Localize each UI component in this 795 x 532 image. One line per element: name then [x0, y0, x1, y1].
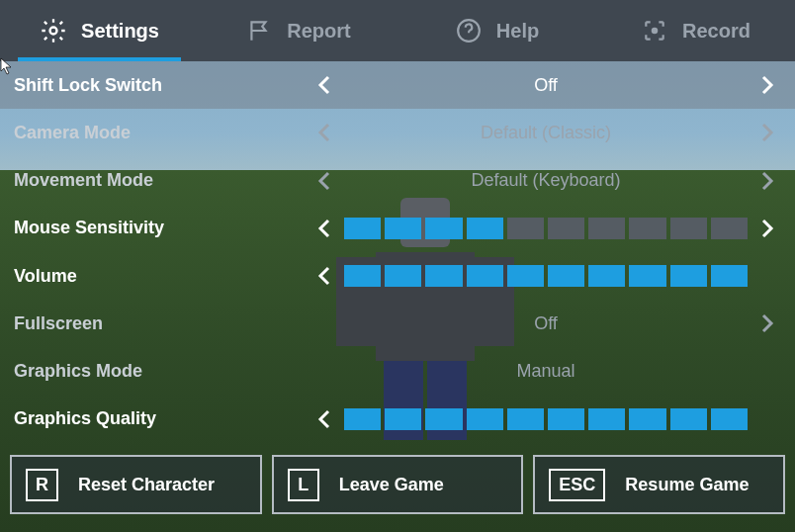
leave-game-button[interactable]: L Leave Game — [272, 455, 524, 514]
slider-segment — [629, 265, 665, 287]
slider-segment — [344, 265, 381, 287]
tab-help[interactable]: Help — [398, 0, 596, 61]
slider-segment — [507, 218, 544, 239]
setting-value: Off — [338, 313, 753, 334]
record-icon — [641, 17, 668, 44]
setting-label: Volume — [14, 266, 310, 287]
setting-slider[interactable] — [338, 265, 753, 287]
slider-segment — [425, 218, 462, 239]
setting-camera-mode: Camera Mode Default (Classic) — [0, 109, 795, 156]
slider-segment — [548, 265, 584, 287]
bottom-button-bar: R Reset Character L Leave Game ESC Resum… — [0, 443, 795, 532]
prev-arrow[interactable] — [310, 215, 338, 242]
tab-label: Help — [496, 20, 539, 43]
slider-segment — [385, 265, 421, 287]
setting-label: Fullscreen — [14, 313, 310, 334]
setting-fullscreen: Fullscreen Off — [0, 300, 795, 347]
setting-label: Graphics Quality — [14, 408, 310, 429]
setting-graphics-mode: Graphics Mode Manual — [0, 348, 795, 396]
setting-value: Default (Keyboard) — [338, 170, 753, 191]
help-icon — [455, 17, 483, 44]
tab-label: Report — [287, 20, 350, 43]
tab-label: Settings — [81, 20, 159, 43]
slider-segment — [507, 408, 544, 430]
slider-segment — [670, 218, 707, 239]
slider-segment — [588, 265, 625, 287]
prev-arrow[interactable] — [310, 167, 338, 195]
setting-slider[interactable] — [338, 408, 753, 430]
slider-segment — [507, 265, 544, 287]
setting-label: Movement Mode — [14, 170, 310, 191]
setting-mouse-sensitivity: Mouse Sensitivity — [0, 205, 795, 252]
setting-graphics-quality: Graphics Quality — [0, 396, 795, 443]
prev-arrow[interactable] — [310, 262, 338, 290]
flag-icon — [245, 17, 273, 44]
slider-segment — [385, 218, 421, 239]
cursor-icon — [0, 57, 14, 75]
slider-segment — [711, 408, 748, 430]
slider-segment — [344, 408, 381, 430]
slider-segment — [670, 265, 707, 287]
svg-point-0 — [50, 28, 57, 35]
next-arrow[interactable] — [753, 119, 781, 146]
button-label: Resume Game — [625, 475, 749, 495]
setting-slider[interactable] — [338, 218, 753, 239]
next-arrow[interactable] — [753, 167, 781, 195]
tab-bar: Settings Report Help Record — [0, 0, 795, 61]
slider-segment — [467, 218, 503, 239]
gear-icon — [40, 17, 67, 44]
prev-arrow[interactable] — [310, 71, 338, 99]
next-arrow[interactable] — [753, 71, 781, 99]
setting-movement-mode: Movement Mode Default (Keyboard) — [0, 157, 795, 205]
slider-segment — [344, 218, 381, 239]
slider-segment — [467, 265, 503, 287]
slider-segment — [425, 408, 462, 430]
slider-segment — [588, 218, 625, 239]
reset-character-button[interactable]: R Reset Character — [10, 455, 262, 514]
setting-label: Graphics Mode — [14, 361, 310, 382]
keycap: ESC — [549, 469, 605, 501]
keycap: R — [26, 469, 58, 501]
next-arrow[interactable] — [753, 310, 781, 337]
setting-label: Mouse Sensitivity — [14, 218, 310, 238]
slider-segment — [711, 265, 748, 287]
settings-list: Shift Lock Switch Off Camera Mode Defaul… — [0, 61, 795, 443]
setting-value: Manual — [338, 361, 753, 382]
keycap: L — [288, 469, 319, 501]
setting-value: Default (Classic) — [338, 123, 753, 143]
tab-record[interactable]: Record — [596, 0, 795, 61]
slider-segment — [629, 218, 665, 239]
slider-segment — [711, 218, 748, 239]
slider-segment — [385, 408, 421, 430]
setting-label: Camera Mode — [14, 123, 310, 143]
tab-report[interactable]: Report — [199, 0, 398, 61]
slider-segment — [425, 265, 462, 287]
tab-label: Record — [682, 20, 751, 43]
next-arrow[interactable] — [753, 215, 781, 242]
svg-point-2 — [652, 28, 659, 35]
resume-game-button[interactable]: ESC Resume Game — [533, 455, 785, 514]
slider-segment — [670, 408, 707, 430]
slider-segment — [548, 218, 584, 239]
slider-segment — [467, 408, 503, 430]
slider-segment — [588, 408, 625, 430]
button-label: Leave Game — [339, 475, 444, 495]
setting-volume: Volume — [0, 252, 795, 300]
setting-value: Off — [338, 75, 753, 96]
prev-arrow[interactable] — [310, 405, 338, 433]
slider-segment — [629, 408, 665, 430]
button-label: Reset Character — [78, 475, 215, 495]
prev-arrow[interactable] — [310, 119, 338, 146]
setting-shift-lock: Shift Lock Switch Off — [0, 61, 795, 109]
setting-label: Shift Lock Switch — [14, 75, 310, 96]
tab-settings[interactable]: Settings — [0, 0, 199, 61]
slider-segment — [548, 408, 584, 430]
